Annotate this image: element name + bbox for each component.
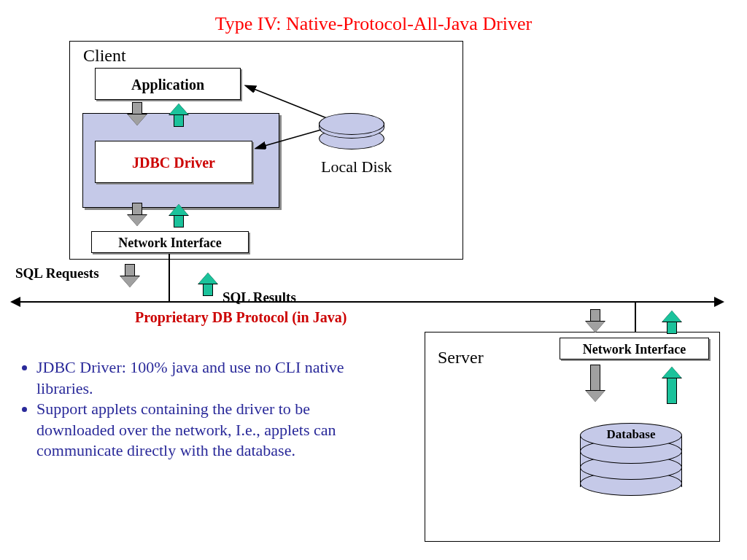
client-connector-line	[169, 254, 170, 302]
database-label: Database	[580, 427, 682, 442]
client-network-interface-box: Network Interface	[91, 231, 249, 253]
diagram-title: Type IV: Native-Protocol-All-Java Driver	[0, 13, 747, 35]
arrow-up-icon	[169, 102, 188, 127]
disk-arrow-icon	[233, 73, 336, 153]
protocol-label: Proprietary DB Protocol (in Java)	[135, 309, 347, 326]
application-box: Application	[95, 68, 241, 100]
description-bullets: JDBC Driver: 100% java and use no CLI na…	[26, 357, 376, 462]
client-label: Client	[83, 46, 126, 66]
svg-line-0	[247, 86, 327, 118]
sql-results-label: SQL Results	[222, 289, 296, 306]
server-label: Server	[438, 348, 484, 368]
arrow-up-icon	[198, 271, 217, 296]
bullet-item: Support applets containing the driver to…	[36, 399, 376, 462]
arrow-up-icon	[662, 309, 681, 334]
arrow-up-icon	[169, 203, 188, 228]
arrow-down-icon	[128, 102, 147, 127]
protocol-line	[12, 301, 723, 303]
jdbc-driver-box: JDBC Driver	[95, 141, 252, 183]
bullet-item: JDBC Driver: 100% java and use no CLI na…	[36, 357, 376, 399]
arrow-down-icon	[120, 264, 139, 289]
svg-line-1	[257, 130, 321, 148]
arrow-up-icon	[662, 365, 681, 404]
local-disk-label: Local Disk	[321, 158, 392, 176]
arrow-down-icon	[586, 365, 605, 404]
sql-requests-label: SQL Requests	[15, 265, 99, 281]
server-network-interface-box: Network Interface	[560, 338, 709, 359]
database-icon: Database	[580, 423, 682, 503]
arrow-down-icon	[586, 309, 605, 334]
arrow-down-icon	[128, 203, 147, 228]
